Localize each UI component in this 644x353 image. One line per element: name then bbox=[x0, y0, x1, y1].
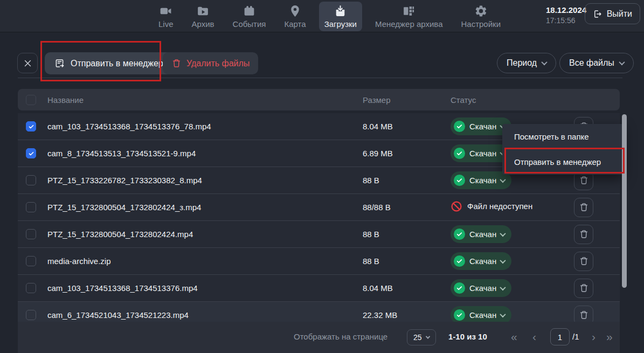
archive-manager-icon bbox=[402, 4, 416, 18]
status-label: Скачан bbox=[469, 283, 496, 293]
file-name: PTZ_15_1732800504_1732802424.mp4 bbox=[47, 230, 363, 239]
status-badge[interactable]: Скачан bbox=[451, 252, 511, 270]
context-menu-item-open-folder[interactable]: Посмотреть в папке bbox=[502, 124, 624, 149]
row-checkbox[interactable] bbox=[26, 283, 36, 293]
nav-label: Live bbox=[158, 19, 174, 29]
delete-file-button[interactable] bbox=[574, 198, 593, 217]
nav-label: Менеджер архива bbox=[375, 19, 442, 29]
context-menu-item-send-to-manager[interactable]: Отправить в менеджер bbox=[502, 149, 624, 175]
events-icon bbox=[243, 4, 257, 18]
page-size-dropdown[interactable]: 25 bbox=[407, 329, 436, 345]
check-circle-icon bbox=[454, 282, 465, 294]
nav-item-map[interactable]: Карта bbox=[279, 2, 311, 31]
chevron-down-icon bbox=[500, 257, 506, 263]
column-header-name: Название bbox=[47, 95, 363, 105]
table-row[interactable]: media-archive.zip 88 B Скачан bbox=[18, 248, 620, 275]
file-size: 6.89 MB bbox=[363, 149, 451, 158]
delete-file-button[interactable] bbox=[574, 279, 593, 298]
next-page-button[interactable]: › bbox=[592, 329, 595, 344]
row-checkbox[interactable] bbox=[26, 229, 36, 239]
file-size: 8.04 MB bbox=[363, 122, 451, 131]
close-icon bbox=[23, 59, 32, 68]
logout-button[interactable]: Выйти bbox=[585, 3, 640, 24]
row-checkbox[interactable] bbox=[26, 148, 36, 158]
table-row[interactable]: PTZ_15_1732800504_1732802424_з.mp4 88/88… bbox=[18, 194, 620, 221]
status-label: Скачан bbox=[469, 310, 496, 320]
file-size: 88 B bbox=[363, 176, 451, 185]
table-row[interactable]: cam_103_1734513368_1734513376.mp4 8.04 M… bbox=[18, 275, 620, 302]
nav-item-settings[interactable]: Настройки bbox=[455, 2, 506, 31]
close-selection-button[interactable] bbox=[17, 53, 38, 73]
delete-file-button[interactable] bbox=[574, 225, 593, 244]
table-header: Название Размер Статус bbox=[18, 89, 620, 110]
nav-item-live[interactable]: Live bbox=[153, 2, 179, 31]
archive-folder-icon bbox=[196, 4, 210, 18]
top-navigation-bar: Live Архив События Карта bbox=[0, 0, 644, 32]
nav-item-archive[interactable]: Архив bbox=[186, 2, 220, 31]
row-checkbox[interactable] bbox=[26, 121, 36, 131]
chevron-down-icon bbox=[425, 334, 430, 338]
files-filter-label: Все файлы bbox=[569, 58, 614, 68]
nav-label: События bbox=[233, 19, 266, 29]
downloads-icon bbox=[334, 4, 348, 18]
ban-icon bbox=[451, 200, 462, 212]
status-badge[interactable]: Скачан bbox=[451, 225, 511, 243]
file-name: PTZ_15_1732800504_1732802424_з.mp4 bbox=[47, 203, 363, 212]
file-name: cam_6_1734521043_1734521223.mp4 bbox=[47, 310, 363, 320]
status-label: Скачан bbox=[469, 122, 496, 131]
delete-files-button[interactable]: Удалить файлы bbox=[163, 52, 258, 74]
logout-icon bbox=[593, 9, 603, 19]
nav-item-downloads[interactable]: Загрузки bbox=[319, 2, 362, 31]
select-all-checkbox[interactable] bbox=[26, 95, 36, 105]
total-pages-label: /1 bbox=[572, 332, 579, 341]
logout-label: Выйти bbox=[607, 9, 632, 19]
column-header-size: Размер bbox=[363, 95, 451, 105]
check-circle-icon bbox=[454, 229, 465, 240]
nav-label: Загрузки bbox=[324, 19, 357, 29]
row-checkbox[interactable] bbox=[26, 310, 36, 320]
file-size: 8.04 MB bbox=[363, 283, 451, 293]
last-page-button[interactable]: » bbox=[606, 329, 613, 344]
status-label: Скачан bbox=[469, 149, 496, 158]
check-circle-icon bbox=[454, 148, 465, 159]
trash-icon bbox=[171, 58, 182, 68]
pagination-range: 1-10 из 10 bbox=[448, 332, 487, 341]
per-page-label: Отображать на странице bbox=[294, 332, 387, 341]
file-size: 88 B bbox=[363, 257, 451, 266]
status-badge[interactable]: Скачан bbox=[451, 279, 511, 297]
gear-icon bbox=[474, 4, 488, 18]
file-size: 88/88 B bbox=[363, 203, 451, 212]
first-page-button[interactable]: « bbox=[511, 329, 517, 344]
live-camera-icon bbox=[159, 4, 173, 18]
file-size: 88 B bbox=[363, 230, 451, 239]
chevron-down-icon bbox=[500, 230, 506, 236]
nav-label: Настройки bbox=[461, 19, 501, 29]
column-header-status: Статус bbox=[451, 95, 574, 105]
check-circle-icon bbox=[454, 255, 465, 267]
send-to-manager-label: Отправить в менеджер bbox=[71, 59, 163, 68]
chevron-down-icon bbox=[500, 311, 506, 317]
period-dropdown[interactable]: Период bbox=[497, 53, 556, 73]
status-label: Скачан bbox=[469, 257, 496, 266]
files-filter-dropdown[interactable]: Все файлы bbox=[559, 53, 634, 73]
chevron-down-icon bbox=[500, 176, 506, 182]
nav-item-archive-manager[interactable]: Менеджер архива bbox=[370, 2, 448, 31]
file-size: 22.32 MB bbox=[363, 310, 451, 320]
row-checkbox[interactable] bbox=[26, 256, 36, 266]
table-row[interactable]: PTZ_15_1732800504_1732802424.mp4 88 B Ск… bbox=[18, 221, 620, 248]
delete-file-button[interactable] bbox=[574, 252, 593, 271]
previous-page-button[interactable]: ‹ bbox=[532, 329, 536, 344]
vertical-scrollbar-thumb[interactable] bbox=[622, 114, 627, 288]
row-checkbox[interactable] bbox=[26, 202, 36, 212]
chevron-down-icon bbox=[619, 59, 625, 65]
file-name: cam_8_1734513513_1734513521-9.mp4 bbox=[47, 149, 363, 158]
delete-files-label: Удалить файлы bbox=[186, 59, 250, 68]
row-checkbox[interactable] bbox=[26, 175, 36, 185]
check-circle-icon bbox=[454, 121, 465, 132]
status-unavailable: Файл недоступен bbox=[451, 200, 532, 212]
main-nav: Live Архив События Карта bbox=[153, 0, 506, 32]
current-page-box[interactable]: 1 bbox=[550, 328, 570, 345]
file-name: media-archive.zip bbox=[47, 257, 363, 266]
send-to-manager-button[interactable]: Отправить в менеджер bbox=[45, 52, 172, 74]
nav-item-events[interactable]: События bbox=[227, 2, 272, 31]
